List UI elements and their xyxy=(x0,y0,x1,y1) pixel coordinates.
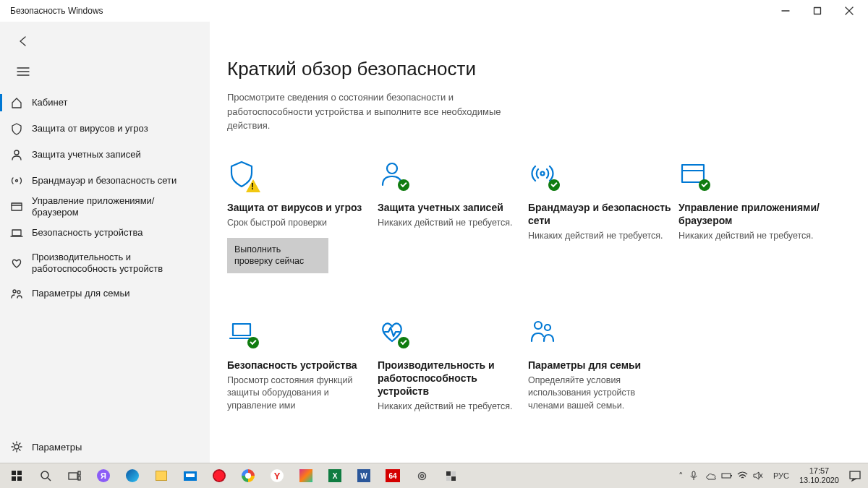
taskview-button[interactable] xyxy=(61,464,88,488)
sidebar-item-device[interactable]: Безопасность устройства xyxy=(0,220,210,246)
sidebar-item-appbrowser[interactable]: Управление приложениями/браузером xyxy=(0,194,210,220)
svg-rect-32 xyxy=(78,476,80,480)
chip-icon xyxy=(9,225,25,241)
family-icon xyxy=(9,286,25,301)
svg-rect-9 xyxy=(12,203,22,210)
card-status: Никаких действий не требуется. xyxy=(678,230,822,243)
tray-chevron-icon[interactable]: ˄ xyxy=(673,471,689,481)
nav-list: Кабинет Защита от вирусов и угроз Защита… xyxy=(0,87,210,307)
card-family[interactable]: Параметры для семьи Определяйте условия … xyxy=(528,317,678,414)
check-badge-icon xyxy=(398,179,409,191)
tray-clock[interactable]: 17:57 13.10.2020 xyxy=(793,466,845,485)
tray-mic-icon[interactable] xyxy=(689,471,705,481)
search-button[interactable] xyxy=(32,464,59,488)
svg-point-23 xyxy=(545,325,550,330)
start-button[interactable] xyxy=(3,464,30,488)
svg-point-13 xyxy=(13,290,16,293)
check-badge-icon xyxy=(699,179,710,191)
sidebar-item-home[interactable]: Кабинет xyxy=(0,90,210,116)
action-center-button[interactable] xyxy=(845,464,865,488)
tray-volume-icon[interactable] xyxy=(753,471,769,480)
tray-time: 17:57 xyxy=(799,466,839,476)
card-title: Управление приложениями/браузером xyxy=(678,201,822,227)
window-icon xyxy=(678,159,707,188)
sidebar: Кабинет Защита от вирусов и угроз Защита… xyxy=(0,22,210,463)
svg-rect-41 xyxy=(731,475,732,476)
svg-point-7 xyxy=(14,150,19,155)
svg-point-15 xyxy=(14,445,19,449)
back-button[interactable] xyxy=(10,28,36,54)
sidebar-item-settings[interactable]: Параметры xyxy=(0,431,210,463)
taskbar-app-icon[interactable]: W xyxy=(350,464,378,488)
sidebar-item-account[interactable]: Защита учетных записей xyxy=(0,142,210,168)
heart-icon xyxy=(9,255,25,271)
page-title: Краткий обзор безопасности xyxy=(227,58,868,80)
taskbar-app-icon[interactable]: Y xyxy=(263,464,291,488)
svg-rect-24 xyxy=(12,471,16,475)
maximize-button[interactable] xyxy=(801,0,833,22)
card-account[interactable]: Защита учетных записей Никаких действий … xyxy=(378,159,528,273)
sidebar-item-label: Брандмауэр и безопасность сети xyxy=(32,175,176,187)
minimize-button[interactable] xyxy=(770,0,801,22)
svg-rect-39 xyxy=(692,471,695,476)
tray-onedrive-icon[interactable] xyxy=(705,472,721,480)
card-title: Защита от вирусов и угроз xyxy=(227,201,370,214)
sidebar-item-firewall[interactable]: Брандмауэр и безопасность сети xyxy=(0,168,210,194)
taskbar-app-icon[interactable] xyxy=(234,464,262,488)
svg-rect-40 xyxy=(722,474,731,478)
antenna-icon xyxy=(9,173,25,189)
check-badge-icon xyxy=(247,337,259,348)
svg-rect-44 xyxy=(850,471,860,479)
sidebar-item-family[interactable]: Параметры для семьи xyxy=(0,281,210,307)
sidebar-item-label: Управление приложениями/браузером xyxy=(32,195,201,219)
svg-point-22 xyxy=(535,322,542,329)
cards-grid: Защита от вирусов и угроз Срок быстрой п… xyxy=(227,159,868,414)
person-icon xyxy=(378,159,407,188)
card-device[interactable]: Безопасность устройства Просмотр состоян… xyxy=(227,317,378,414)
check-badge-icon xyxy=(398,337,409,348)
tray-wifi-icon[interactable] xyxy=(737,471,753,480)
tray-language[interactable]: РУС xyxy=(769,471,793,480)
svg-rect-31 xyxy=(78,471,80,475)
card-title: Брандмауэр и безопасность сети xyxy=(528,201,671,227)
card-title: Безопасность устройства xyxy=(227,359,370,372)
svg-rect-26 xyxy=(12,476,16,481)
taskbar-app-icon[interactable] xyxy=(437,464,464,488)
card-status: Никаких действий не требуется. xyxy=(528,230,671,243)
svg-point-33 xyxy=(418,472,425,479)
card-title: Защита учетных записей xyxy=(378,201,521,214)
scan-now-button[interactable]: Выполнить проверку сейчас xyxy=(227,238,328,273)
taskbar-app-icon[interactable] xyxy=(205,464,233,488)
card-status: Никаких действий не требуется. xyxy=(378,217,521,230)
sidebar-item-health[interactable]: Производительность и работоспособность у… xyxy=(0,246,210,281)
shield-icon xyxy=(9,121,25,137)
taskbar-app-icon[interactable]: Я xyxy=(90,464,117,488)
person-icon xyxy=(9,147,25,163)
taskbar-app-icon[interactable] xyxy=(292,464,320,488)
hamburger-menu-button[interactable] xyxy=(10,59,36,85)
svg-rect-18 xyxy=(682,165,704,182)
taskbar-app-icon[interactable] xyxy=(408,464,435,488)
tray-date: 13.10.2020 xyxy=(799,476,839,485)
card-virus[interactable]: Защита от вирусов и угроз Срок быстрой п… xyxy=(227,159,378,273)
tray-battery-icon[interactable] xyxy=(721,472,737,479)
card-status: Срок быстрой проверки xyxy=(227,217,370,230)
svg-point-16 xyxy=(387,163,397,174)
svg-point-8 xyxy=(16,180,18,182)
svg-point-34 xyxy=(420,474,423,477)
taskbar-app-icon[interactable]: 64 xyxy=(379,464,407,488)
taskbar-app-icon[interactable]: X xyxy=(321,464,349,488)
taskbar-app-icon[interactable] xyxy=(176,464,204,488)
sidebar-item-virus[interactable]: Защита от вирусов и угроз xyxy=(0,116,210,142)
card-health[interactable]: Производительность и работоспособность у… xyxy=(378,317,528,414)
taskbar-app-icon[interactable] xyxy=(119,464,146,488)
sidebar-item-label: Кабинет xyxy=(32,97,67,108)
sidebar-item-label: Защита учетных записей xyxy=(32,149,141,160)
close-button[interactable] xyxy=(833,0,865,22)
card-firewall[interactable]: Брандмауэр и безопасность сети Никаких д… xyxy=(528,159,678,273)
svg-rect-20 xyxy=(233,324,250,335)
card-appbrowser[interactable]: Управление приложениями/браузером Никаки… xyxy=(678,159,829,273)
sidebar-item-label: Параметры для семьи xyxy=(32,288,129,299)
taskbar-app-icon[interactable] xyxy=(148,464,175,488)
svg-rect-36 xyxy=(451,471,456,476)
